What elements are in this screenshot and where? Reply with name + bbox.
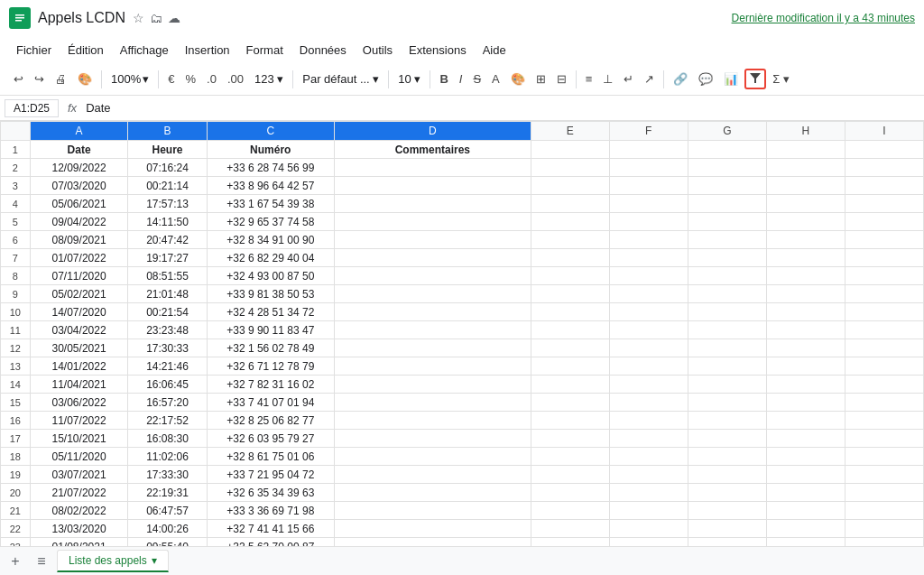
cell-h15[interactable]	[766, 394, 845, 412]
cell-e21[interactable]	[531, 502, 609, 520]
cell-d8[interactable]	[335, 267, 531, 285]
cell-h7[interactable]	[766, 249, 845, 267]
col-header-b[interactable]: B	[128, 122, 207, 141]
cell-e9[interactable]	[531, 285, 609, 303]
add-sheet-button[interactable]: +	[5, 551, 26, 572]
bold-button[interactable]: B	[435, 70, 452, 88]
cell-g19[interactable]	[688, 466, 766, 484]
text-color-button[interactable]: A	[487, 70, 504, 88]
cell-g21[interactable]	[688, 502, 766, 520]
cell-e10[interactable]	[531, 303, 609, 321]
cell-e20[interactable]	[531, 484, 609, 502]
cell-i10[interactable]	[845, 303, 923, 321]
cell-d1[interactable]: Commentaires	[335, 141, 531, 159]
print-button[interactable]: 🖨	[51, 70, 71, 88]
folder-icon[interactable]: 🗂	[150, 11, 162, 25]
menu-fichier[interactable]: Fichier	[9, 40, 59, 60]
cell-f11[interactable]	[609, 321, 688, 339]
col-header-f[interactable]: F	[609, 122, 688, 141]
cell-f4[interactable]	[609, 195, 688, 213]
cell-c1[interactable]: Numéro	[207, 141, 334, 159]
cell-b19[interactable]: 17:33:30	[128, 466, 207, 484]
cell-d15[interactable]	[335, 394, 531, 412]
cell-g17[interactable]	[688, 430, 766, 448]
cell-c9[interactable]: +33 9 81 38 50 53	[207, 285, 334, 303]
cell-a13[interactable]: 14/01/2022	[30, 357, 128, 376]
zoom-dropdown[interactable]: 100% ▾	[106, 70, 153, 88]
cell-h12[interactable]	[766, 339, 845, 357]
cell-f19[interactable]	[609, 466, 688, 484]
cell-f23[interactable]	[609, 538, 688, 547]
cell-g6[interactable]	[688, 231, 766, 249]
cell-a16[interactable]: 11/07/2022	[30, 412, 128, 430]
rotate-button[interactable]: ↗	[640, 70, 659, 88]
cell-g22[interactable]	[688, 520, 766, 538]
cell-g1[interactable]	[688, 141, 766, 159]
cell-h3[interactable]	[766, 177, 845, 195]
cell-d11[interactable]	[335, 321, 531, 339]
cell-e4[interactable]	[531, 195, 609, 213]
cell-i14[interactable]	[845, 376, 923, 394]
menu-outils[interactable]: Outils	[356, 40, 400, 60]
fill-color-button[interactable]: 🎨	[506, 70, 530, 88]
cell-b17[interactable]: 16:08:30	[128, 430, 207, 448]
cell-d6[interactable]	[335, 231, 531, 249]
cell-i6[interactable]	[845, 231, 923, 249]
cell-d21[interactable]	[335, 502, 531, 520]
cell-c23[interactable]: +32 5 62 70 00 87	[207, 538, 334, 547]
cell-e7[interactable]	[531, 249, 609, 267]
cell-f8[interactable]	[609, 267, 688, 285]
cell-c16[interactable]: +32 8 25 06 82 77	[207, 412, 334, 430]
cell-g15[interactable]	[688, 394, 766, 412]
cell-a10[interactable]: 14/07/2020	[30, 303, 128, 321]
cell-g23[interactable]	[688, 538, 766, 547]
redo-button[interactable]: ↪	[30, 70, 49, 88]
cell-c18[interactable]: +32 8 61 75 01 06	[207, 448, 334, 466]
menu-insertion[interactable]: Insertion	[178, 40, 237, 60]
cell-e6[interactable]	[531, 231, 609, 249]
cell-e15[interactable]	[531, 394, 609, 412]
borders-button[interactable]: ⊞	[531, 70, 550, 88]
cell-h14[interactable]	[766, 376, 845, 394]
cell-a11[interactable]: 03/04/2022	[30, 321, 128, 339]
cell-c3[interactable]: +33 8 96 64 42 57	[207, 177, 334, 195]
cell-b5[interactable]: 14:11:50	[128, 213, 207, 231]
cell-g14[interactable]	[688, 376, 766, 394]
cell-c12[interactable]: +32 1 56 02 78 49	[207, 339, 334, 357]
cell-a6[interactable]: 08/09/2021	[30, 231, 128, 249]
cell-i8[interactable]	[845, 267, 923, 285]
cell-a7[interactable]: 01/07/2022	[30, 249, 128, 267]
cell-e16[interactable]	[531, 412, 609, 430]
font-dropdown[interactable]: Par défaut ... ▾	[298, 70, 383, 88]
cell-d9[interactable]	[335, 285, 531, 303]
filter-button-active[interactable]	[744, 69, 766, 89]
menu-aide[interactable]: Aide	[476, 40, 513, 60]
cell-f14[interactable]	[609, 376, 688, 394]
cell-i23[interactable]	[845, 538, 923, 547]
cell-i2[interactable]	[845, 159, 923, 177]
fontsize-dropdown[interactable]: 10 ▾	[393, 70, 425, 88]
cell-d17[interactable]	[335, 430, 531, 448]
cell-f7[interactable]	[609, 249, 688, 267]
menu-extensions[interactable]: Extensions	[402, 40, 474, 60]
cell-e19[interactable]	[531, 466, 609, 484]
cell-h20[interactable]	[766, 484, 845, 502]
cell-i16[interactable]	[845, 412, 923, 430]
cell-f12[interactable]	[609, 339, 688, 357]
decimal-increase-button[interactable]: .00	[223, 70, 248, 88]
cell-h17[interactable]	[766, 430, 845, 448]
cell-c10[interactable]: +32 4 28 51 34 72	[207, 303, 334, 321]
percent-button[interactable]: %	[180, 70, 200, 88]
cell-b8[interactable]: 08:51:55	[128, 267, 207, 285]
cell-h22[interactable]	[766, 520, 845, 538]
cell-b2[interactable]: 07:16:24	[128, 159, 207, 177]
chart-button[interactable]: 📊	[719, 70, 743, 88]
cell-e5[interactable]	[531, 213, 609, 231]
cell-e12[interactable]	[531, 339, 609, 357]
cell-c2[interactable]: +33 6 28 74 56 99	[207, 159, 334, 177]
cell-b10[interactable]: 00:21:54	[128, 303, 207, 321]
cell-e1[interactable]	[531, 141, 609, 159]
cell-a21[interactable]: 08/02/2022	[30, 502, 128, 520]
comment-button[interactable]: 💬	[694, 70, 717, 88]
cell-h21[interactable]	[766, 502, 845, 520]
